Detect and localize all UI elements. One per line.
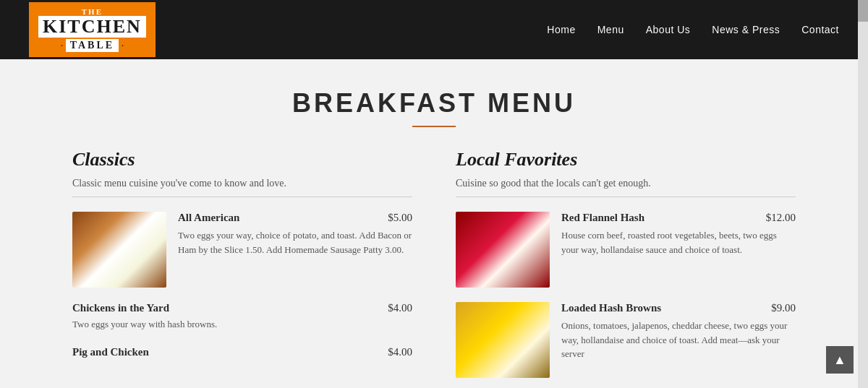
- red-flannel-name: Red Flannel Hash: [561, 212, 644, 224]
- logo-the: THE: [38, 7, 146, 16]
- local-favorites-title: Local Favorites: [456, 149, 796, 171]
- red-flannel-desc: House corn beef, roasted root vegetables…: [561, 228, 796, 256]
- pig-chicken-name: Pig and Chicken: [72, 346, 149, 358]
- nav-news[interactable]: News & Press: [712, 24, 780, 35]
- nav-home[interactable]: Home: [547, 24, 575, 35]
- loaded-hash-desc: Onions, tomatoes, jalapenos, cheddar che…: [561, 319, 796, 361]
- header: THE KITCHEN · TABLE · Home Menu About Us…: [0, 0, 868, 59]
- logo[interactable]: THE KITCHEN · TABLE ·: [29, 2, 156, 56]
- scrollbar-track[interactable]: [858, 0, 868, 388]
- red-flannel-price: $12.00: [766, 212, 796, 224]
- classics-subtitle: Classic menu cuisine you've come to know…: [72, 178, 412, 189]
- classics-column: Classics Classic menu cuisine you've com…: [72, 149, 412, 388]
- logo-table: TABLE: [66, 39, 119, 51]
- all-american-desc: Two eggs your way, choice of potato, and…: [178, 228, 412, 256]
- menu-item-loaded-hash: Loaded Hash Browns $9.00 Onions, tomatoe…: [456, 302, 796, 378]
- loaded-hash-header: Loaded Hash Browns $9.00: [561, 302, 796, 314]
- classics-title: Classics: [72, 149, 412, 171]
- logo-dot-right: ·: [122, 42, 124, 50]
- chickens-name: Chickens in the Yard: [72, 302, 169, 314]
- nav-about[interactable]: About Us: [646, 24, 691, 35]
- scroll-to-top-button[interactable]: ▲: [826, 346, 854, 374]
- red-flannel-header: Red Flannel Hash $12.00: [561, 212, 796, 224]
- chickens-price: $4.00: [388, 302, 412, 314]
- classics-divider: [72, 197, 412, 197]
- all-american-image: [72, 212, 166, 288]
- menu-item-red-flannel: Red Flannel Hash $12.00 House corn beef,…: [456, 212, 796, 288]
- page-title-section: BREAKFAST MENU: [72, 88, 796, 127]
- chickens-desc: Two eggs your way with hash browns.: [72, 317, 412, 332]
- all-american-price: $5.00: [388, 212, 412, 224]
- logo-table-row: · TABLE ·: [38, 39, 146, 51]
- nav-contact[interactable]: Contact: [801, 24, 839, 35]
- menu-item-pig-chicken: Pig and Chicken $4.00: [72, 346, 412, 358]
- menu-item-all-american: All American $5.00 Two eggs your way, ch…: [72, 212, 412, 288]
- loaded-hash-price: $9.00: [771, 302, 796, 314]
- chickens-header: Chickens in the Yard $4.00: [72, 302, 412, 314]
- red-flannel-image: [456, 212, 550, 288]
- local-favorites-divider: [456, 197, 796, 197]
- logo-kitchen: KITCHEN: [38, 16, 146, 38]
- navigation: Home Menu About Us News & Press Contact: [547, 24, 839, 35]
- local-favorites-column: Local Favorites Cuisine so good that the…: [456, 149, 796, 388]
- menu-item-chickens: Chickens in the Yard $4.00 Two eggs your…: [72, 302, 412, 332]
- logo-box: THE KITCHEN · TABLE ·: [29, 2, 156, 56]
- loaded-hash-image: [456, 302, 550, 378]
- main-content: BREAKFAST MENU Classics Classic menu cui…: [43, 59, 825, 388]
- menu-columns: Classics Classic menu cuisine you've com…: [72, 149, 796, 388]
- red-flannel-content: Red Flannel Hash $12.00 House corn beef,…: [561, 212, 796, 288]
- pig-chicken-price: $4.00: [388, 346, 412, 358]
- page-title: BREAKFAST MENU: [72, 88, 796, 118]
- pig-chicken-header: Pig and Chicken $4.00: [72, 346, 412, 358]
- nav-menu[interactable]: Menu: [597, 24, 624, 35]
- loaded-hash-content: Loaded Hash Browns $9.00 Onions, tomatoe…: [561, 302, 796, 378]
- loaded-hash-name: Loaded Hash Browns: [561, 302, 661, 314]
- scrollbar-thumb[interactable]: [858, 0, 868, 22]
- all-american-name: All American: [178, 212, 239, 224]
- local-favorites-subtitle: Cuisine so good that the locals can't ge…: [456, 178, 796, 189]
- title-underline: [412, 126, 456, 127]
- logo-dot-left: ·: [61, 42, 63, 50]
- all-american-header: All American $5.00: [178, 212, 412, 224]
- all-american-content: All American $5.00 Two eggs your way, ch…: [178, 212, 412, 288]
